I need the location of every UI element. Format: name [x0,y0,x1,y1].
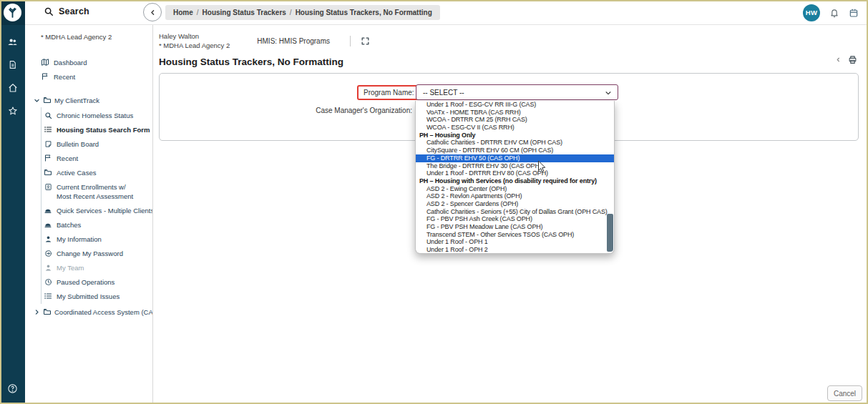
search-label: Search [59,6,89,16]
sidebar-item-label: Chronic Homeless Status [57,111,133,120]
breadcrumb-separator: / [290,9,292,16]
user-name: Haley Walton [159,31,230,41]
sidebar-item-quick-services[interactable]: Quick Services - Multiple Clients [42,203,152,217]
dropdown-option[interactable]: ASD 2 - Ewing Center (OPH) [416,185,614,193]
sidebar-folder-cas[interactable]: Coordinated Access System (CAS) [25,305,152,319]
clock-icon [44,277,52,286]
page-title: Housing Status Trackers, No Formatting [159,56,868,67]
dropdown-option[interactable]: VoATx - HOME TBRA (CAS RRH) [416,109,614,117]
favorites-star-icon[interactable] [7,105,18,116]
sidebar-item-my-information[interactable]: My Information [42,232,152,246]
dropdown-option[interactable]: CitySquare - DRTRR EHV 60 CM (OPH CAS) [416,147,614,154]
dropdown-option[interactable]: FG - DRTRR EHV 50 (CAS OPH) [416,154,614,162]
dropdown-option[interactable]: Under 1 Roof - OPH 1 [416,238,614,246]
flag-icon [44,154,52,162]
sidebar-tree: Chronic Homeless Status Housing Status S… [41,107,152,304]
document-icon[interactable] [7,59,18,70]
sidebar-item-paused-operations[interactable]: Paused Operations [42,275,152,289]
dropdown-option[interactable]: WCOA - ESG-CV II (CAS RRH) [416,124,614,132]
cancel-button[interactable]: Cancel [827,385,862,401]
chevron-right-icon [34,309,40,315]
dropdown-option[interactable]: FG - PBV PSH Meadow Lane (CAS OPH) [416,223,614,231]
breadcrumb-home[interactable]: Home [173,9,193,16]
dropdown-option[interactable]: ASD 2 - Spencer Gardens (OPH) [416,200,614,208]
dropdown-option[interactable]: Under 1 Roof - ESG-CV RR III-G (CAS) [416,101,614,109]
avatar[interactable]: HW [803,4,820,21]
sidebar-item-housing-status-search-form[interactable]: Housing Status Search Form [42,122,152,137]
program-name-select[interactable]: -- SELECT -- [416,84,618,100]
sidebar-collapse-button[interactable] [143,3,162,21]
sidebar-item-my-team[interactable]: My Team [42,260,152,275]
sidebar-folder-my-clienttrack[interactable]: My ClientTrack [25,93,152,107]
fullscreen-expand-icon[interactable] [361,36,370,46]
sidebar-item-my-submitted-issues[interactable]: My Submitted Issues [42,289,152,303]
sidebar-item-label: Batches [57,220,81,230]
program-name-label-highlight: Program Name: [357,85,421,100]
chevron-down-icon [34,97,40,104]
dropdown-option[interactable]: The Bridge - DRTRR EHV 30 (CAS OPH) [416,162,614,170]
sidebar-item-chronic-homeless-status[interactable]: Chronic Homeless Status [42,108,152,122]
map-icon [41,58,49,66]
user-agency: * MDHA Lead Agency 2 [159,41,230,50]
app-logo[interactable] [0,0,25,25]
program-dropdown-list: Under 1 Roof - ESG-CV RR III-G (CAS)VoAT… [415,101,615,254]
dome-icon [44,220,52,229]
dropdown-scrollbar-thumb[interactable] [607,214,613,252]
breadcrumb-trackers[interactable]: Housing Status Trackers [203,9,286,16]
home-icon[interactable] [7,82,18,93]
dropdown-option[interactable]: Transcend STEM - Other Services TSOS (CA… [416,231,614,239]
sidebar-agency-label: * MDHA Lead Agency 2 [41,33,152,41]
chevron-down-icon [605,89,612,97]
workspace-context-label: HMIS: HMIS Programs [257,37,330,45]
help-icon[interactable] [7,383,18,394]
sidebar-item-label: Coordinated Access System (CAS) [54,308,153,316]
folder-icon [43,96,52,104]
dropdown-option[interactable]: FG - PBV PSH Ash Creek (CAS OPH) [416,215,614,223]
sidebar-item-label: Change My Password [57,249,123,258]
breadcrumb-current: Housing Status Trackers, No Formatting [296,9,432,16]
print-icon[interactable] [848,55,857,64]
dropdown-option[interactable]: Catholic Charities - DRTRR EHV CM (OPH C… [416,139,614,147]
dropdown-option[interactable]: Catholic Charities - Seniors (+55) City … [416,208,614,216]
dropdown-option[interactable]: WCOA - DRTRR CM 25 (RRH CAS) [416,116,614,124]
flag-icon [41,72,49,81]
dropdown-option[interactable]: Under 1 Roof - OPH 2 [416,246,614,254]
sidebar-item-label: Dashboard [54,58,87,67]
program-dropdown-options: Under 1 Roof - ESG-CV RR III-G (CAS)VoAT… [416,101,614,254]
sidebar-item-bulletin-board[interactable]: Bulletin Board [42,137,152,151]
sidebar-item-active-cases[interactable]: Active Cases [42,165,152,179]
app-rail [0,0,25,404]
sidebar-item-label: Quick Services - Multiple Clients [57,206,153,215]
dome-icon [44,206,52,215]
form-list-icon [44,292,52,300]
sidebar-item-batches[interactable]: Batches [42,217,152,232]
case-manager-org-label: Case Manager's Organization: [267,107,412,114]
form-list-icon [44,125,52,134]
topbar: Search Home / Housing Status Trackers / … [25,0,868,25]
folder-icon [43,307,52,316]
sidebar: * MDHA Lead Agency 2 Dashboard Recent [25,25,153,404]
calendar-icon[interactable] [849,8,859,18]
notifications-bell-icon[interactable] [829,8,839,18]
breadcrumb: Home / Housing Status Trackers / Housing… [165,5,440,20]
clients-group-icon[interactable] [7,36,18,47]
sidebar-item-change-my-password[interactable]: Change My Password [42,246,152,260]
global-search[interactable]: Search [44,6,89,16]
sidebar-item-current-enrollments[interactable]: Current Enrollments w/ Most Recent Asses… [42,179,152,203]
dropdown-option[interactable]: ASD 2 - Revlon Apartments (OPH) [416,192,614,200]
program-name-label: Program Name: [364,89,414,97]
sidebar-item-label: My ClientTrack [54,97,99,104]
sidebar-item-recent-2[interactable]: Recent [42,151,152,165]
note-icon [44,139,52,148]
sidebar-item-recent[interactable]: Recent [25,69,152,84]
sidebar-item-label: My Submitted Issues [57,292,120,301]
sidebar-item-label: Paused Operations [57,277,114,287]
breadcrumb-separator: / [197,9,199,16]
sidebar-item-dashboard[interactable]: Dashboard [25,55,152,69]
context-divider [350,36,351,46]
assessment-card-icon [44,182,52,191]
dropdown-group-header: PH – Housing Only [416,132,614,139]
dropdown-option[interactable]: Under 1 Roof - DRTRR EHV 80 (CAS OPH) [416,169,614,177]
chevron-left-icon[interactable] [835,56,842,63]
team-icon [44,263,52,272]
